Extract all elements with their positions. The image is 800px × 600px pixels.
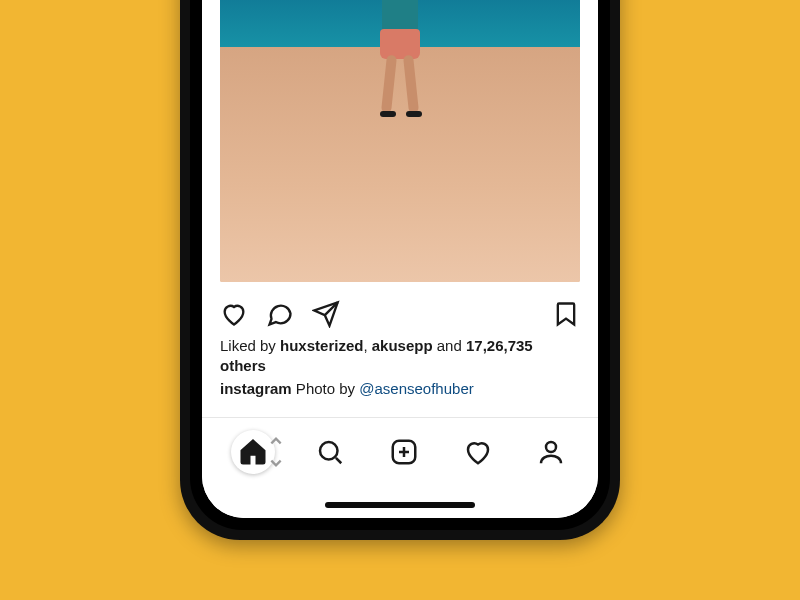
speech-bubble-icon [266,300,294,328]
home-icon [238,437,268,467]
search-tab[interactable] [308,430,352,474]
chevron-down-icon [269,456,283,470]
post-caption: instagram Photo by @asenseofhuber [220,380,580,397]
liker-2[interactable]: akusepp [372,337,433,354]
likes-sep1: , [363,337,371,354]
like-button[interactable] [220,300,248,328]
svg-point-0 [320,442,338,460]
post-action-row [220,294,580,334]
svg-point-2 [546,442,556,452]
plus-square-icon [389,437,419,467]
likes-prefix: Liked by [220,337,280,354]
bookmark-icon [552,300,580,328]
instagram-feed: Liked by huxsterized, akusepp and 17,26,… [202,0,598,518]
likes-count[interactable]: 17,26,735 [466,337,533,354]
post-image-person [330,0,470,135]
phone-screen: Liked by huxsterized, akusepp and 17,26,… [202,0,598,518]
post-image[interactable] [220,0,580,282]
comment-button[interactable] [266,300,294,328]
caption-mention[interactable]: @asenseofhuber [359,380,473,397]
person-icon [536,437,566,467]
chevron-up-icon [269,434,283,448]
heart-icon [463,437,493,467]
caption-author[interactable]: instagram [220,380,292,397]
likes-suffix: others [220,357,266,374]
save-button[interactable] [552,300,580,328]
bottom-tab-bar [202,417,598,518]
canvas-background: Liked by huxsterized, akusepp and 17,26,… [0,0,800,600]
home-tab-wrap [227,426,279,478]
search-icon [315,437,345,467]
activity-tab[interactable] [456,430,500,474]
caption-text: Photo by [292,380,360,397]
profile-tab[interactable] [529,430,573,474]
likes-sep2: and [433,337,466,354]
liker-1[interactable]: huxsterized [280,337,363,354]
heart-icon [220,300,248,328]
phone-frame: Liked by huxsterized, akusepp and 17,26,… [180,0,620,540]
create-tab[interactable] [382,430,426,474]
paper-plane-icon [312,300,340,328]
share-button[interactable] [312,300,340,328]
likes-summary[interactable]: Liked by huxsterized, akusepp and 17,26,… [220,336,580,377]
iphone-home-indicator[interactable] [325,502,475,508]
